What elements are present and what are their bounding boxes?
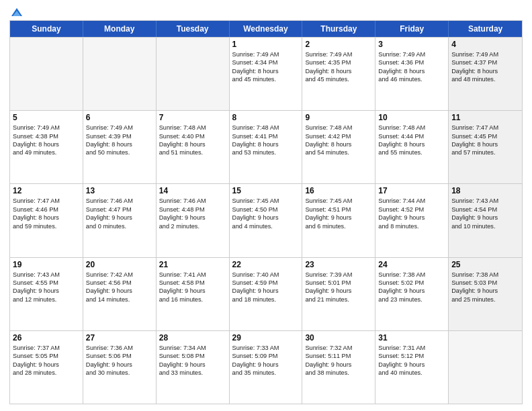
cell-line: and 4 minutes. (232, 222, 300, 230)
cell-line: Daylight: 9 hours (159, 214, 226, 222)
cell-line: Sunset: 4:38 PM (13, 132, 80, 140)
cell-line: and 18 minutes. (232, 295, 300, 304)
calendar-cell-0-5: 3Sunrise: 7:49 AMSunset: 4:36 PMDaylight… (375, 38, 449, 110)
cell-line: Sunset: 4:44 PM (378, 132, 445, 140)
calendar-cell-0-3: 1Sunrise: 7:49 AMSunset: 4:34 PMDaylight… (230, 38, 303, 110)
header-cell-friday: Friday (375, 21, 449, 37)
cell-line: Daylight: 9 hours (305, 287, 372, 295)
logo-triangle-icon (11, 7, 23, 19)
cell-line: Sunset: 4:37 PM (451, 58, 519, 66)
calendar-cell-4-4: 30Sunrise: 7:32 AMSunset: 5:11 PMDayligh… (302, 331, 375, 404)
day-number: 4 (451, 40, 519, 49)
cell-line: Daylight: 8 hours (378, 67, 445, 75)
cell-line: Sunrise: 7:31 AM (378, 344, 445, 352)
cell-line: Sunrise: 7:37 AM (13, 344, 80, 352)
day-number: 11 (451, 113, 519, 122)
header-cell-tuesday: Tuesday (157, 21, 230, 37)
cell-line: Daylight: 8 hours (86, 140, 153, 148)
cell-line: Sunrise: 7:49 AM (305, 50, 372, 58)
cell-line: Sunrise: 7:40 AM (232, 271, 300, 279)
cell-line: and 46 minutes. (378, 75, 445, 83)
calendar-row-0: 1Sunrise: 7:49 AMSunset: 4:34 PMDaylight… (10, 37, 522, 110)
header-cell-thursday: Thursday (302, 21, 375, 37)
cell-line: Sunset: 4:54 PM (451, 205, 519, 214)
cell-line: Sunrise: 7:49 AM (378, 50, 445, 58)
cell-line: and 51 minutes. (159, 148, 226, 156)
calendar-cell-2-1: 13Sunrise: 7:46 AMSunset: 4:47 PMDayligh… (83, 184, 157, 257)
day-number: 18 (451, 186, 519, 195)
cell-line: Sunset: 4:56 PM (86, 279, 153, 287)
cell-line: and 59 minutes. (13, 222, 80, 230)
calendar-cell-0-4: 2Sunrise: 7:49 AMSunset: 4:35 PMDaylight… (302, 38, 375, 110)
cell-line: Daylight: 9 hours (305, 361, 372, 369)
cell-line: Daylight: 8 hours (232, 140, 300, 148)
calendar: SundayMondayTuesdayWednesdayThursdayFrid… (9, 20, 523, 404)
day-number: 27 (86, 333, 153, 342)
calendar-cell-4-2: 28Sunrise: 7:34 AMSunset: 5:08 PMDayligh… (157, 331, 230, 404)
cell-line: Daylight: 9 hours (451, 214, 519, 222)
day-number: 25 (451, 260, 519, 269)
calendar-cell-1-2: 7Sunrise: 7:48 AMSunset: 4:40 PMDaylight… (157, 111, 230, 183)
cell-line: and 35 minutes. (232, 369, 300, 377)
day-number: 29 (232, 333, 300, 342)
cell-line: Sunset: 5:02 PM (378, 279, 445, 287)
calendar-row-3: 19Sunrise: 7:43 AMSunset: 4:55 PMDayligh… (10, 257, 522, 330)
cell-line: Sunrise: 7:49 AM (13, 124, 80, 132)
calendar-cell-1-6: 11Sunrise: 7:47 AMSunset: 4:45 PMDayligh… (449, 111, 522, 183)
cell-line: Sunrise: 7:48 AM (378, 124, 445, 132)
calendar-cell-3-6: 25Sunrise: 7:38 AMSunset: 5:03 PMDayligh… (449, 258, 522, 330)
cell-line: and 30 minutes. (86, 369, 153, 377)
cell-line: Sunrise: 7:42 AM (86, 271, 153, 279)
cell-line: Sunset: 4:42 PM (305, 132, 372, 140)
day-number: 15 (232, 186, 300, 195)
cell-line: Daylight: 9 hours (305, 214, 372, 222)
cell-line: Sunset: 4:55 PM (13, 279, 80, 287)
cell-line: and 49 minutes. (13, 148, 80, 156)
calendar-cell-2-0: 12Sunrise: 7:47 AMSunset: 4:46 PMDayligh… (10, 184, 83, 257)
cell-line: Sunrise: 7:46 AM (86, 197, 153, 205)
calendar-cell-3-2: 21Sunrise: 7:41 AMSunset: 4:58 PMDayligh… (157, 258, 230, 330)
cell-line: Sunrise: 7:48 AM (305, 124, 372, 132)
cell-line: and 0 minutes. (86, 222, 153, 230)
cell-line: Sunrise: 7:48 AM (159, 124, 226, 132)
calendar-cell-3-0: 19Sunrise: 7:43 AMSunset: 4:55 PMDayligh… (10, 258, 83, 330)
day-number: 14 (159, 186, 226, 195)
header-cell-monday: Monday (83, 21, 157, 37)
day-number: 12 (13, 186, 80, 195)
cell-line: and 6 minutes. (305, 222, 372, 230)
calendar-cell-3-5: 24Sunrise: 7:38 AMSunset: 5:02 PMDayligh… (375, 258, 449, 330)
day-number: 31 (378, 333, 445, 342)
calendar-cell-4-5: 31Sunrise: 7:31 AMSunset: 5:12 PMDayligh… (375, 331, 449, 404)
cell-line: Sunset: 4:51 PM (305, 205, 372, 214)
cell-line: and 21 minutes. (305, 295, 372, 304)
cell-line: and 50 minutes. (86, 148, 153, 156)
cell-line: Sunset: 5:12 PM (378, 352, 445, 360)
cell-line: Sunrise: 7:45 AM (305, 197, 372, 205)
cell-line: and 45 minutes. (305, 75, 372, 83)
cell-line: Sunrise: 7:45 AM (232, 197, 300, 205)
cell-line: and 16 minutes. (159, 295, 226, 304)
cell-line: Daylight: 9 hours (13, 287, 80, 295)
day-number: 30 (305, 333, 372, 342)
day-number: 17 (378, 186, 445, 195)
cell-line: Daylight: 8 hours (159, 140, 226, 148)
cell-line: Daylight: 8 hours (305, 140, 372, 148)
cell-line: Sunrise: 7:43 AM (13, 271, 80, 279)
header-cell-sunday: Sunday (10, 21, 83, 37)
cell-line: Sunset: 4:39 PM (86, 132, 153, 140)
cell-line: Daylight: 8 hours (305, 67, 372, 75)
day-number: 6 (86, 113, 153, 122)
day-number: 13 (86, 186, 153, 195)
cell-line: Daylight: 8 hours (13, 214, 80, 222)
day-number: 1 (232, 40, 300, 49)
cell-line: and 10 minutes. (451, 222, 519, 230)
cell-line: Sunset: 4:48 PM (159, 205, 226, 214)
cell-line: and 38 minutes. (305, 369, 372, 377)
calendar-row-4: 26Sunrise: 7:37 AMSunset: 5:05 PMDayligh… (10, 330, 522, 404)
calendar-cell-0-0 (10, 38, 83, 110)
calendar-cell-0-6: 4Sunrise: 7:49 AMSunset: 4:37 PMDaylight… (449, 38, 522, 110)
cell-line: Daylight: 9 hours (378, 214, 445, 222)
cell-line: Sunset: 4:47 PM (86, 205, 153, 214)
cell-line: Sunset: 5:05 PM (13, 352, 80, 360)
cell-line: Sunrise: 7:49 AM (451, 50, 519, 58)
